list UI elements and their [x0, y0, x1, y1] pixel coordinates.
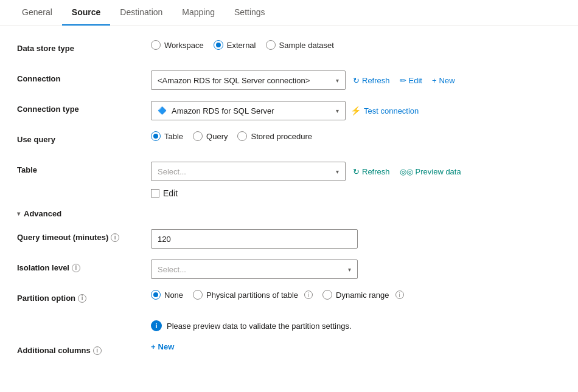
isolation-level-select[interactable]: Select... ▾	[151, 260, 358, 279]
connection-type-controls: 🔷 Amazon RDS for SQL Server ▾ ⚡ Test con…	[151, 101, 561, 120]
connection-new-button[interactable]: + New	[430, 76, 458, 85]
connection-refresh-button[interactable]: ↻ Refresh	[350, 76, 392, 85]
tab-settings[interactable]: Settings	[225, 0, 275, 26]
radio-query[interactable]: Query	[193, 131, 228, 141]
tab-source[interactable]: Source	[62, 0, 110, 26]
connection-type-value: Amazon RDS for SQL Server	[172, 106, 274, 115]
query-timeout-label: Query timeout (minutes) i	[17, 229, 151, 242]
radio-table-circle	[151, 131, 161, 141]
table-refresh-button[interactable]: ↻ Refresh	[350, 167, 392, 176]
radio-none-label: None	[164, 291, 183, 300]
radio-query-circle	[193, 131, 203, 141]
table-placeholder: Select...	[158, 167, 186, 176]
connection-type-chevron-icon: ▾	[336, 108, 339, 114]
advanced-label: Advanced	[24, 209, 61, 218]
partition-option-label: Partition option i	[17, 290, 151, 303]
query-timeout-input[interactable]	[151, 229, 358, 249]
additional-columns-info-icon[interactable]: i	[93, 346, 102, 355]
table-controls: Select... ▾ ↻ Refresh ◎◎ Preview data Ed…	[151, 162, 561, 198]
use-query-label: Use query	[17, 131, 151, 144]
tab-bar: General Source Destination Mapping Setti…	[0, 0, 578, 26]
radio-table[interactable]: Table	[151, 131, 183, 141]
radio-partition-none[interactable]: None	[151, 290, 183, 300]
radio-external[interactable]: External	[214, 40, 256, 50]
test-connection-label: Test connection	[364, 106, 419, 115]
advanced-chevron-icon: ▾	[17, 210, 20, 217]
isolation-level-row: Isolation level i Select... ▾	[17, 260, 561, 279]
radio-partition-dynamic[interactable]: Dynamic range i	[322, 290, 403, 300]
table-label: Table	[17, 162, 151, 174]
connection-label: Connection	[17, 70, 151, 83]
data-store-type-label: Data store type	[17, 40, 151, 53]
radio-sample-label: Sample dataset	[279, 41, 334, 50]
tab-general[interactable]: General	[12, 0, 62, 26]
radio-partition-physical[interactable]: Physical partitions of table i	[193, 290, 313, 300]
additional-columns-row: Additional columns i + New	[17, 342, 561, 362]
isolation-level-label: Isolation level i	[17, 260, 151, 272]
table-refresh-icon: ↻	[353, 167, 360, 176]
query-timeout-info-icon[interactable]: i	[111, 233, 119, 242]
connection-new-label: New	[439, 76, 455, 85]
radio-table-label: Table	[164, 132, 183, 141]
radio-physical-circle	[193, 290, 203, 300]
radio-external-circle	[214, 40, 223, 50]
partition-option-row: Partition option i None Physical partiti…	[17, 290, 561, 309]
data-store-type-row: Data store type Workspace External Sampl…	[17, 40, 561, 60]
physical-partition-info-icon[interactable]: i	[304, 291, 313, 299]
tab-destination[interactable]: Destination	[110, 0, 172, 26]
partition-info-text: Please preview data to validate the part…	[167, 322, 352, 331]
connection-value: <Amazon RDS for SQL Server connection>	[158, 76, 310, 85]
dynamic-range-info-icon[interactable]: i	[395, 291, 404, 299]
table-edit-checkbox[interactable]	[151, 189, 159, 198]
additional-columns-plus-icon: +	[151, 342, 156, 351]
refresh-icon: ↻	[353, 76, 360, 85]
radio-stored-procedure-circle	[237, 131, 247, 141]
connection-chevron-icon: ▾	[336, 77, 339, 84]
isolation-level-controls: Select... ▾	[151, 260, 561, 279]
radio-sample-circle	[266, 40, 276, 50]
partition-option-info-icon[interactable]: i	[78, 294, 86, 303]
edit-icon: ✏	[400, 76, 406, 85]
radio-stored-procedure-label: Stored procedure	[251, 132, 312, 141]
preview-data-button[interactable]: ◎◎ Preview data	[397, 167, 464, 176]
isolation-level-placeholder: Select...	[158, 265, 186, 274]
connection-select[interactable]: <Amazon RDS for SQL Server connection> ▾	[151, 70, 346, 90]
preview-icon: ◎◎	[400, 167, 413, 176]
preview-data-label: Preview data	[416, 167, 461, 176]
connection-refresh-label: Refresh	[362, 76, 390, 85]
data-store-radio-group: Workspace External Sample dataset	[151, 40, 334, 50]
radio-stored-procedure[interactable]: Stored procedure	[237, 131, 312, 141]
table-edit-label: Edit	[163, 188, 178, 198]
radio-external-label: External	[227, 41, 256, 50]
table-row: Table Select... ▾ ↻ Refresh ◎◎ Preview d…	[17, 162, 561, 198]
tab-mapping[interactable]: Mapping	[172, 0, 225, 26]
test-connection-icon: ⚡	[350, 106, 361, 115]
partition-option-controls: None Physical partitions of table i Dyna…	[151, 290, 561, 300]
isolation-level-info-icon[interactable]: i	[72, 264, 80, 272]
connection-edit-button[interactable]: ✏ Edit	[397, 76, 425, 85]
radio-none-circle	[151, 290, 161, 300]
partition-radio-group: None Physical partitions of table i Dyna…	[151, 290, 404, 300]
radio-query-label: Query	[206, 132, 228, 141]
connection-edit-label: Edit	[409, 76, 422, 85]
data-store-type-controls: Workspace External Sample dataset	[151, 40, 561, 50]
radio-dynamic-label: Dynamic range	[336, 291, 389, 300]
radio-workspace-circle	[151, 40, 161, 50]
advanced-header[interactable]: ▾ Advanced	[17, 209, 561, 218]
table-refresh-label: Refresh	[362, 167, 390, 176]
connection-type-label: Connection type	[17, 101, 151, 114]
table-select[interactable]: Select... ▾	[151, 162, 346, 181]
radio-sample-dataset[interactable]: Sample dataset	[266, 40, 334, 50]
radio-physical-label: Physical partitions of table	[206, 291, 298, 300]
table-chevron-icon: ▾	[336, 168, 339, 175]
query-timeout-controls	[151, 229, 561, 249]
connection-controls: <Amazon RDS for SQL Server connection> ▾…	[151, 70, 561, 90]
connection-type-select[interactable]: 🔷 Amazon RDS for SQL Server ▾	[151, 101, 346, 120]
connection-type-row: Connection type 🔷 Amazon RDS for SQL Ser…	[17, 101, 561, 120]
use-query-controls: Table Query Stored procedure	[151, 131, 561, 141]
isolation-level-chevron-icon: ▾	[348, 266, 351, 273]
radio-workspace[interactable]: Workspace	[151, 40, 204, 50]
test-connection-button[interactable]: ⚡ Test connection	[350, 106, 419, 115]
use-query-row: Use query Table Query Stored procedure	[17, 131, 561, 151]
additional-columns-new-button[interactable]: + New	[151, 342, 174, 351]
